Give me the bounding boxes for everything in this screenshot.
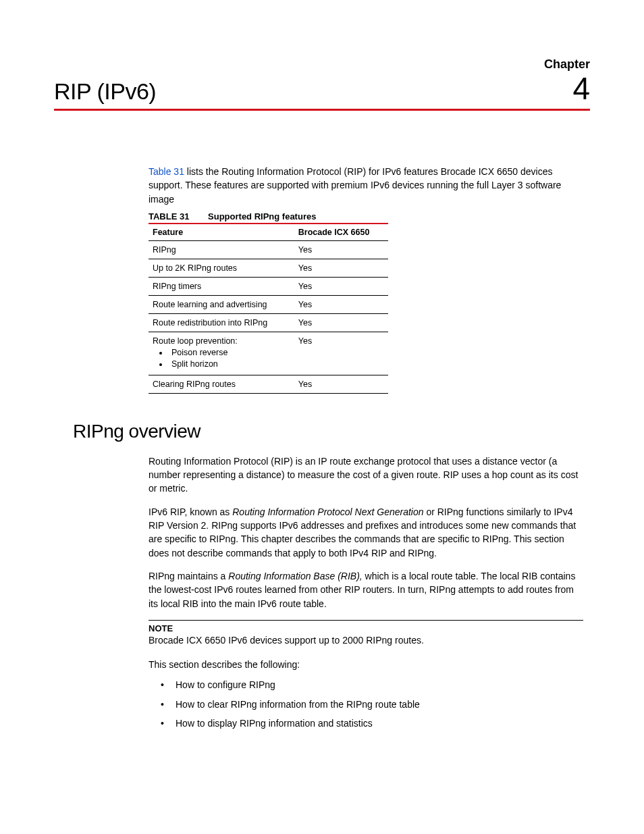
feature-sub-item: Poison reverse: [169, 347, 290, 359]
value-cell: Yes: [294, 259, 388, 277]
note-block: NOTE Brocade ICX 6650 IPv6 devices suppo…: [149, 620, 583, 647]
table-row: Route learning and advertising Yes: [149, 295, 388, 313]
intro-paragraph: Table 31 lists the Routing Information P…: [149, 165, 583, 206]
value-cell: Yes: [294, 332, 388, 375]
value-cell: Yes: [294, 295, 388, 313]
section-body: Routing Information Protocol (RIP) is an…: [149, 454, 583, 730]
table-caption-title: Supported RIPng features: [208, 211, 316, 221]
table-row: RIPng timers Yes: [149, 277, 388, 295]
table-link[interactable]: Table 31: [149, 166, 184, 177]
note-text: Brocade ICX 6650 IPv6 devices support up…: [149, 633, 583, 647]
intro-text: lists the Routing Information Protocol (…: [149, 166, 561, 205]
list-item: How to display RIPng information and sta…: [161, 716, 583, 730]
list-item: How to configure RIPng: [161, 678, 583, 692]
feature-cell: Route loop prevention: Poison reverse Sp…: [149, 332, 294, 375]
table-row: Route redistribution into RIPng Yes: [149, 313, 388, 332]
chapter-label: Chapter: [54, 57, 590, 72]
table-header-feature: Feature: [149, 224, 294, 241]
value-cell: Yes: [294, 313, 388, 332]
table-header-device: Brocade ICX 6650: [294, 224, 388, 241]
value-cell: Yes: [294, 277, 388, 295]
feature-sub-item: Split horizon: [169, 359, 290, 371]
list-item: How to clear RIPng information from the …: [161, 698, 583, 711]
table-row: Route loop prevention: Poison reverse Sp…: [149, 332, 388, 375]
chapter-number: 4: [572, 73, 590, 104]
note-label: NOTE: [149, 623, 583, 633]
table-caption-num: TABLE 31: [149, 211, 189, 221]
value-cell: Yes: [294, 375, 388, 393]
value-cell: Yes: [294, 240, 388, 259]
body-paragraph-2: IPv6 RIP, known as Routing Information P…: [149, 505, 583, 560]
para3-italic: Routing Information Base (RIB),: [228, 571, 362, 581]
page-title: RIP (IPv6): [54, 78, 156, 105]
table-row: RIPng Yes: [149, 240, 388, 259]
intro-block: Table 31 lists the Routing Information P…: [149, 165, 583, 394]
para3-pre: RIPng maintains a: [149, 571, 228, 581]
feature-cell: Route learning and advertising: [149, 295, 294, 313]
feature-text: Route loop prevention:: [153, 336, 238, 346]
table-caption: TABLE 31 Supported RIPng features: [149, 211, 583, 221]
para2-pre: IPv6 RIP, known as: [149, 506, 232, 517]
list-intro: This section describes the following:: [149, 658, 583, 671]
feature-cell: Clearing RIPng routes: [149, 375, 294, 393]
feature-cell: Route redistribution into RIPng: [149, 313, 294, 332]
body-paragraph-1: Routing Information Protocol (RIP) is an…: [149, 454, 583, 496]
para2-italic: Routing Information Protocol Next Genera…: [232, 506, 423, 517]
section-heading: RIPng overview: [73, 421, 590, 442]
feature-table: Feature Brocade ICX 6650 RIPng Yes Up to…: [149, 223, 388, 394]
header-row: RIP (IPv6) 4: [54, 73, 590, 111]
bullet-list: How to configure RIPng How to clear RIPn…: [161, 678, 583, 730]
feature-cell: RIPng: [149, 240, 294, 259]
table-row: Up to 2K RIPng routes Yes: [149, 259, 388, 277]
body-paragraph-3: RIPng maintains a Routing Information Ba…: [149, 569, 583, 610]
feature-cell: Up to 2K RIPng routes: [149, 259, 294, 277]
table-header-row: Feature Brocade ICX 6650: [149, 224, 388, 241]
feature-cell: RIPng timers: [149, 277, 294, 295]
table-row: Clearing RIPng routes Yes: [149, 375, 388, 393]
